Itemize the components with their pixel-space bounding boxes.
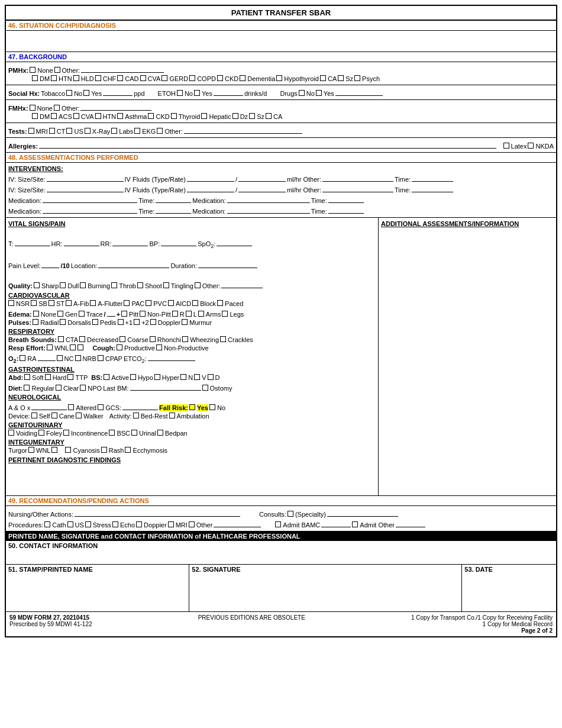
neuro-gcs-checkbox[interactable]: [98, 404, 104, 410]
fmhx-cva-checkbox[interactable]: [73, 113, 79, 119]
edema-pitt-checkbox[interactable]: [121, 311, 127, 317]
turgor-wnl-checkbox[interactable]: [28, 447, 34, 453]
activity-ambulation-checkbox[interactable]: [169, 413, 175, 418]
bs-decreased-checkbox[interactable]: [79, 336, 85, 342]
diet-regular-checkbox[interactable]: [24, 385, 30, 391]
edema-arms-checkbox[interactable]: [198, 311, 204, 317]
bs-n-checkbox[interactable]: [180, 374, 186, 380]
fmhx-dz-checkbox[interactable]: [232, 113, 238, 119]
cv-st-checkbox[interactable]: [49, 300, 54, 306]
pulses-2-checkbox[interactable]: [134, 319, 140, 325]
cv-aicd-checkbox[interactable]: [168, 300, 174, 306]
gu-urinal-checkbox[interactable]: [131, 430, 137, 436]
abd-soft-checkbox[interactable]: [24, 374, 30, 380]
gu-bedpan-checkbox[interactable]: [157, 430, 163, 436]
proc-other-checkbox[interactable]: [189, 521, 195, 527]
ostomy-checkbox[interactable]: [202, 385, 208, 391]
edema-l-checkbox[interactable]: [186, 311, 192, 317]
etoh-yes-checkbox[interactable]: [194, 90, 200, 96]
pmhx-htn-checkbox[interactable]: [51, 75, 57, 81]
pmhx-other-checkbox[interactable]: [54, 67, 60, 73]
gu-foley-checkbox[interactable]: [38, 430, 44, 436]
pmhx-copd-checkbox[interactable]: [189, 75, 195, 81]
bs-cta-checkbox[interactable]: [58, 336, 64, 342]
pmhx-dm-checkbox[interactable]: [32, 75, 38, 81]
cough-nonproductive-checkbox[interactable]: [156, 344, 162, 350]
gu-voiding-checkbox[interactable]: [8, 430, 14, 436]
fall-no-checkbox[interactable]: [209, 404, 215, 410]
ecchymosis-checkbox[interactable]: [125, 447, 131, 453]
edema-gen-checkbox[interactable]: [57, 311, 63, 317]
test-ct-checkbox[interactable]: [49, 128, 55, 134]
test-labs-checkbox[interactable]: [111, 128, 117, 134]
bs-active-checkbox[interactable]: [104, 374, 109, 380]
quality-other-checkbox[interactable]: [195, 282, 201, 288]
diet-npo-checkbox[interactable]: [80, 385, 86, 391]
o2-cpap-checkbox[interactable]: [98, 355, 104, 361]
fmhx-none-checkbox[interactable]: [30, 105, 35, 111]
pmhx-hld-checkbox[interactable]: [73, 75, 79, 81]
bs-hypo-checkbox[interactable]: [130, 374, 136, 380]
edema-nonpitt-checkbox[interactable]: [140, 311, 146, 317]
fmhx-other-checkbox[interactable]: [54, 105, 60, 111]
abd-hard-checkbox[interactable]: [45, 374, 51, 380]
cv-paced-checkbox[interactable]: [217, 300, 223, 306]
consults-specialty-checkbox[interactable]: [288, 511, 293, 517]
re-box2-checkbox[interactable]: [77, 344, 83, 350]
quality-dull-checkbox[interactable]: [60, 282, 66, 288]
turgor-box-checkbox[interactable]: [51, 447, 57, 453]
cyanosis-checkbox[interactable]: [65, 447, 71, 453]
bs-rhonchi-checkbox[interactable]: [150, 336, 156, 342]
bs-coarse-checkbox[interactable]: [119, 336, 125, 342]
o2-nc-checkbox[interactable]: [57, 355, 63, 361]
proc-stress-checkbox[interactable]: [85, 521, 91, 527]
cv-nsr-checkbox[interactable]: [8, 300, 14, 306]
pulses-1-checkbox[interactable]: [118, 319, 124, 325]
rash-checkbox[interactable]: [101, 447, 107, 453]
pmhx-psych-checkbox[interactable]: [354, 75, 360, 81]
etoh-no-checkbox[interactable]: [177, 90, 183, 96]
pulses-murmur-checkbox[interactable]: [182, 319, 188, 325]
pmhx-chf-checkbox[interactable]: [95, 75, 101, 81]
cv-sb-checkbox[interactable]: [31, 300, 37, 306]
bs-v-checkbox[interactable]: [194, 374, 200, 380]
admit-bamc-checkbox[interactable]: [275, 521, 281, 527]
drugs-yes-checkbox[interactable]: [316, 90, 322, 96]
cv-pvc-checkbox[interactable]: [146, 300, 151, 306]
proc-echo-checkbox[interactable]: [112, 521, 118, 527]
proc-cath-checkbox[interactable]: [44, 521, 50, 527]
edema-r-checkbox[interactable]: [172, 311, 178, 317]
pmhx-cad-checkbox[interactable]: [117, 75, 123, 81]
o2-nrb-checkbox[interactable]: [75, 355, 81, 361]
pmhx-ckd-checkbox[interactable]: [217, 75, 223, 81]
pmhx-cva-checkbox[interactable]: [140, 75, 146, 81]
fmhx-acs-checkbox[interactable]: [51, 113, 57, 119]
cv-block-checkbox[interactable]: [192, 300, 198, 306]
cough-productive-checkbox[interactable]: [117, 344, 122, 350]
drugs-no-checkbox[interactable]: [299, 90, 305, 96]
quality-tingling-checkbox[interactable]: [163, 282, 169, 288]
device-walker-checkbox[interactable]: [76, 413, 82, 418]
fmhx-htn-checkbox[interactable]: [95, 113, 101, 119]
o2-ra-checkbox[interactable]: [20, 355, 25, 361]
proc-doppier-checkbox[interactable]: [136, 521, 142, 527]
pmhx-sz-checkbox[interactable]: [338, 75, 344, 81]
fmhx-thyroid-checkbox[interactable]: [171, 113, 177, 119]
pmhx-dementia-checkbox[interactable]: [240, 75, 246, 81]
latex-checkbox[interactable]: [503, 143, 509, 149]
device-self-checkbox[interactable]: [31, 413, 37, 418]
fmhx-ckd-checkbox[interactable]: [148, 113, 154, 119]
bs-hyper-checkbox[interactable]: [154, 374, 160, 380]
re-box1-checkbox[interactable]: [70, 344, 76, 350]
test-mri-checkbox[interactable]: [28, 128, 34, 134]
fmhx-sz-checkbox[interactable]: [249, 113, 255, 119]
nkda-checkbox[interactable]: [528, 143, 534, 149]
tobacco-yes-checkbox[interactable]: [83, 90, 89, 96]
quality-burning-checkbox[interactable]: [80, 282, 86, 288]
proc-mri-checkbox[interactable]: [168, 521, 174, 527]
neuro-altered-checkbox[interactable]: [68, 404, 74, 410]
fmhx-asthma-checkbox[interactable]: [117, 113, 123, 119]
bs-crackles-checkbox[interactable]: [220, 336, 226, 342]
pulses-pedis-checkbox[interactable]: [92, 319, 98, 325]
cv-afib-checkbox[interactable]: [66, 300, 72, 306]
